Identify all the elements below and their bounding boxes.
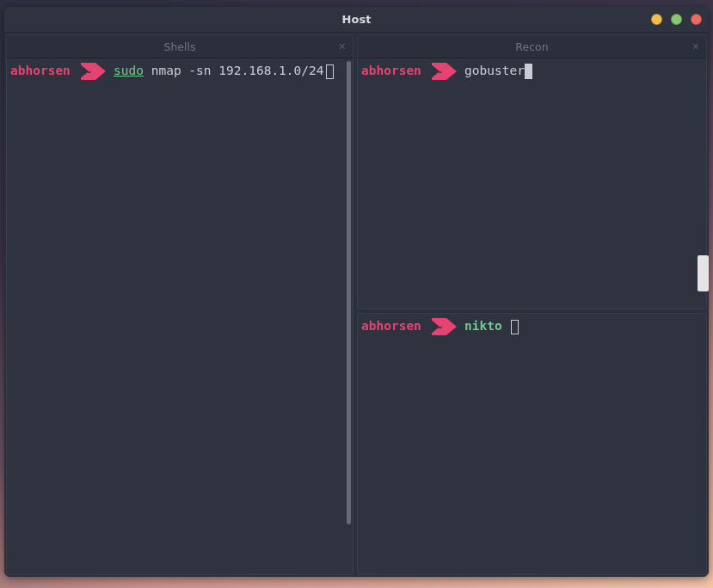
terminal-recon-bottom[interactable]: abhorsen ~ nikto <box>357 313 707 575</box>
prompt-user: abhorsen <box>361 64 421 77</box>
window-title: Host <box>4 13 709 26</box>
terminal-shells-content[interactable]: abhorsen ~ sudo nmap -sn 192.168.1.0/24 <box>10 62 347 80</box>
tab-shells-close-icon[interactable]: × <box>339 40 346 52</box>
minimize-button[interactable] <box>651 14 662 25</box>
terminal-recon-top-content[interactable]: abhorsen ~ gobuster <box>361 62 701 80</box>
terminal-recon-top[interactable]: abhorsen ~ gobuster <box>357 58 707 309</box>
tab-recon-close-icon[interactable]: × <box>692 40 699 52</box>
right-pane-column: Recon × abhorsen ~ gobuster abhorsen ~ n… <box>357 34 707 575</box>
tab-shells[interactable]: Shells × <box>6 34 353 58</box>
outer-scrollbar[interactable] <box>698 255 709 291</box>
scrollbar[interactable] <box>347 61 351 524</box>
window-controls <box>651 14 702 25</box>
prompt-user: abhorsen <box>10 64 71 77</box>
cmd-name: gobuster <box>464 64 525 77</box>
left-pane-column: Shells × abhorsen ~ sudo nmap -sn 192.16… <box>6 34 353 575</box>
terminal-recon-bottom-content[interactable]: abhorsen ~ nikto <box>361 317 701 335</box>
cursor-icon <box>525 64 532 79</box>
close-button[interactable] <box>691 14 702 25</box>
terminal-shells[interactable]: abhorsen ~ sudo nmap -sn 192.168.1.0/24 <box>6 58 353 575</box>
cmd-name: nmap <box>151 64 181 77</box>
cursor-icon <box>511 320 519 334</box>
prompt-user: abhorsen <box>361 319 421 333</box>
cmd-name: nikto <box>464 319 502 333</box>
prompt-powerline-icon: ~ <box>78 63 107 80</box>
titlebar[interactable]: Host <box>4 7 709 33</box>
tab-shells-label: Shells <box>7 40 353 53</box>
panes-container: Shells × abhorsen ~ sudo nmap -sn 192.16… <box>4 33 709 577</box>
app-window: Host Shells × abhorsen ~ sudo nmap -sn 1… <box>4 7 709 577</box>
prompt-powerline-icon: ~ <box>429 318 458 335</box>
prompt-powerline-icon: ~ <box>429 63 458 80</box>
tab-recon[interactable]: Recon × <box>357 34 707 58</box>
tab-recon-label: Recon <box>358 40 706 53</box>
cursor-icon <box>326 64 334 79</box>
cmd-sudo: sudo <box>114 64 144 77</box>
cmd-args: -sn 192.168.1.0/24 <box>188 64 323 77</box>
maximize-button[interactable] <box>671 14 682 25</box>
